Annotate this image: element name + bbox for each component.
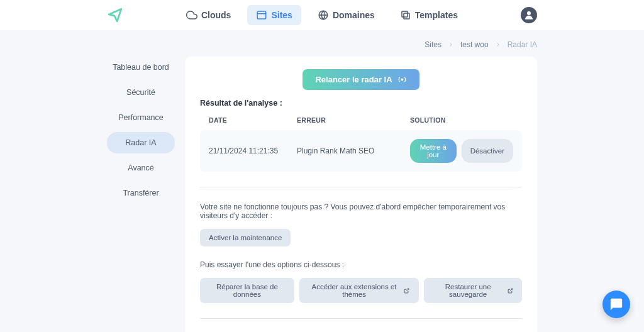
breadcrumb-radar: Radar IA [508,40,537,49]
update-button[interactable]: Mettre à jour [410,139,457,163]
nav-label: Clouds [201,10,231,20]
svg-line-9 [510,289,513,291]
sites-icon [256,9,267,21]
nav-label: Templates [415,10,458,20]
logo[interactable] [107,6,123,25]
nav-sites[interactable]: Sites [247,5,301,25]
activate-maintenance-button[interactable]: Activer la maintenance [200,229,291,246]
repair-db-button[interactable]: Réparer la base de données [200,278,294,303]
broadcast-icon [397,75,407,84]
chat-bubble[interactable] [602,290,630,318]
sidebar-item-radar[interactable]: Radar IA [107,132,175,153]
chevron-right-icon [495,42,501,48]
relaunch-radar-button[interactable]: Relancer le radar IA [303,69,419,90]
svg-rect-5 [404,13,409,19]
col-date-header: DATE [209,116,297,124]
options-text: Puis essayer l'une des options ci-dessou… [200,260,522,269]
svg-rect-0 [258,11,267,19]
external-link-icon [508,287,513,294]
table-header: DATE ERREUR SOLUTION [200,116,522,130]
chevron-right-icon [448,42,454,48]
row-error: Plugin Rank Math SEO [297,147,410,155]
divider [200,318,522,319]
nav-domaines[interactable]: Domaines [309,5,384,25]
sidebar-item-securite[interactable]: Sécurité [107,82,175,103]
cta-label: Relancer le radar IA [315,75,392,84]
deactivate-button[interactable]: Désactiver [462,139,513,163]
col-solution-header: SOLUTION [410,116,513,124]
nav-clouds[interactable]: Clouds [177,5,240,25]
restore-backup-button[interactable]: Restaurer une sauvegarde [424,278,523,303]
nav-label: Sites [271,10,292,20]
avatar[interactable] [521,7,537,23]
restore-label: Restaurer une sauvegarde [433,283,504,298]
chat-icon [609,297,623,311]
breadcrumb-testwoo[interactable]: test woo [460,40,489,49]
cloud-icon [186,9,197,21]
divider [200,187,522,187]
globe-icon [318,9,329,21]
sidebar-item-transferer[interactable]: Transférer [107,182,175,204]
table-row: 21/11/2024 11:21:35 Plugin Rank Math SEO… [200,130,522,172]
svg-point-7 [401,79,403,80]
sidebar-item-avance[interactable]: Avancé [107,157,175,179]
svg-rect-4 [402,11,408,17]
maintenance-text: Votre site ne fonctionne toujours pas ? … [200,202,522,220]
row-date: 21/11/2024 11:21:35 [209,147,297,155]
nav-templates[interactable]: Templates [391,5,467,25]
breadcrumb: Sites test woo Radar IA [0,30,644,49]
breadcrumb-sites[interactable]: Sites [425,40,441,49]
sidebar-item-tableau[interactable]: Tableau de bord [107,57,175,78]
nav-label: Domaines [333,10,375,20]
external-link-icon [404,287,409,294]
svg-line-8 [406,289,409,291]
section-title: Résultat de l'analyse : [200,99,522,108]
templates-icon [400,9,411,21]
access-label: Accéder aux extensions et thèmes [308,283,401,298]
access-extensions-button[interactable]: Accéder aux extensions et thèmes [299,278,419,303]
sidebar-item-performance[interactable]: Performance [107,107,175,128]
col-error-header: ERREUR [297,116,410,124]
svg-point-6 [527,11,531,15]
content-panel: Relancer le radar IA Résultat de l'analy… [185,57,537,332]
